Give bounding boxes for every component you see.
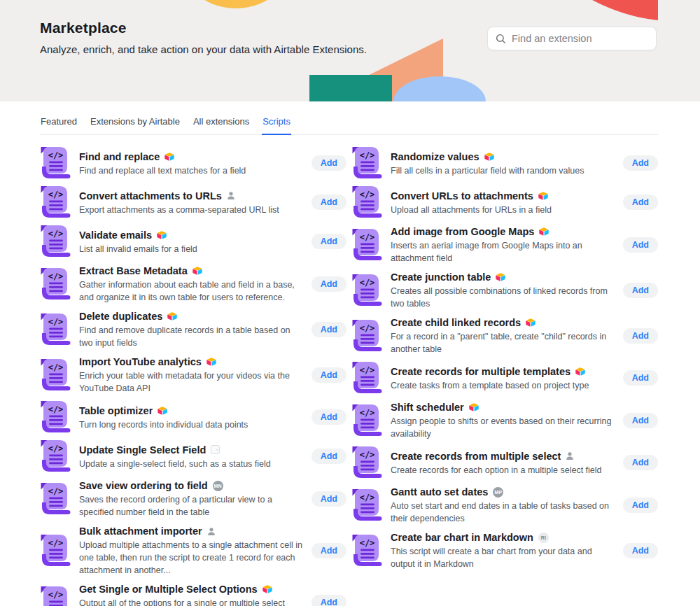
extension-list-item[interactable]: </>Delete duplicatesFind and remove dupl… xyxy=(40,309,346,349)
script-icon: </> xyxy=(40,400,71,434)
svg-text:</>: </> xyxy=(360,323,375,332)
tabs-bar: FeaturedExtensions by AirtableAll extens… xyxy=(40,101,658,135)
airtable-badge-icon xyxy=(496,273,505,281)
extension-description: Creates all possible combinations of lin… xyxy=(391,285,616,310)
extension-list-item[interactable]: </>Table optimizerTurn long records into… xyxy=(40,400,346,434)
creator-initials-badge: MP xyxy=(493,487,503,498)
extension-list-item[interactable]: </>Get Single or Multiple Select Options… xyxy=(40,582,346,606)
extension-description: Inserts an aerial image from Google Maps… xyxy=(391,239,616,265)
extension-list-item[interactable]: </>Validate emailsList all invalid email… xyxy=(40,225,346,258)
add-button[interactable]: Add xyxy=(623,237,658,253)
tab-all-extensions[interactable]: All extensions xyxy=(192,116,250,135)
extension-list-item[interactable]: </>Create records for multiple templates… xyxy=(351,361,658,395)
add-button[interactable]: Add xyxy=(312,155,346,171)
yellow-circle-shape xyxy=(173,0,299,8)
add-button[interactable]: Add xyxy=(623,195,658,210)
svg-text:</>: </> xyxy=(48,190,64,199)
page-subtitle: Analyze, enrich, and take action on your… xyxy=(40,43,367,55)
extension-title: Create records from multiple select xyxy=(391,449,561,463)
add-button[interactable]: Add xyxy=(312,234,346,249)
extensions-list: </>Find and replaceFind and replace all … xyxy=(40,146,658,606)
extension-list-item[interactable]: </>Add image from Google MapsInserts an … xyxy=(351,225,658,265)
extension-list-item[interactable]: </>Create bar chart in MarkdownRIThis sc… xyxy=(351,530,658,570)
extension-title: Create child linked records xyxy=(391,316,521,330)
script-icon: </> xyxy=(40,358,71,392)
add-button[interactable]: Add xyxy=(623,328,658,344)
airtable-badge-icon xyxy=(192,267,202,275)
extension-title: Validate emails xyxy=(79,228,152,242)
extension-list-item[interactable]: </>Shift schedulerAssign people to shift… xyxy=(351,400,658,440)
add-button[interactable]: Add xyxy=(312,409,346,425)
extension-description: Assign people to shifts or events based … xyxy=(391,415,616,440)
add-button[interactable]: Add xyxy=(623,543,658,558)
creator-avatar-icon xyxy=(211,445,220,454)
extension-list-item[interactable]: </>Find and replaceFind and replace all … xyxy=(40,146,346,180)
add-button[interactable]: Add xyxy=(312,543,346,558)
svg-text:</>: </> xyxy=(360,365,375,375)
extension-list-item[interactable]: </>Create records from multiple selectCr… xyxy=(351,446,658,479)
svg-text:</>: </> xyxy=(48,404,64,414)
svg-text:</>: </> xyxy=(48,229,64,239)
script-icon: </> xyxy=(40,482,71,516)
extension-list-item[interactable]: </>Extract Base MetadataGather informati… xyxy=(40,264,346,304)
svg-text:</>: </> xyxy=(48,486,64,495)
add-button[interactable]: Add xyxy=(312,491,346,507)
extension-list-item[interactable]: </>Import YouTube analyticsEnrich your t… xyxy=(40,355,346,395)
extension-title: Gantt auto set dates xyxy=(391,485,488,499)
extension-list-item[interactable]: </>Randomize valuesFill all cells in a p… xyxy=(351,146,658,180)
extension-description: For a record in a "parent" table, create… xyxy=(391,330,616,355)
extension-list-item[interactable]: </>Save view ordering to fieldMNSaves th… xyxy=(40,479,346,519)
extension-list-item[interactable]: </>Convert URLs to attachmentsUpload all… xyxy=(351,185,658,219)
airtable-badge-icon xyxy=(158,407,167,415)
add-button[interactable]: Add xyxy=(623,370,658,386)
add-button[interactable]: Add xyxy=(623,155,658,171)
creator-initials-badge: RI xyxy=(538,533,549,543)
blue-semicircle-shape xyxy=(393,76,486,101)
airtable-badge-icon xyxy=(538,192,548,200)
add-button[interactable]: Add xyxy=(623,455,658,470)
svg-text:</>: </> xyxy=(48,150,64,160)
add-button[interactable]: Add xyxy=(623,413,658,428)
svg-text:</>: </> xyxy=(360,277,375,287)
script-icon: </> xyxy=(40,586,71,606)
extension-description: Create records for each option in a mult… xyxy=(391,464,616,477)
extension-title: Table optimizer xyxy=(79,404,153,418)
red-wedge-shape xyxy=(592,0,658,20)
airtable-badge-icon xyxy=(164,153,174,161)
svg-text:</>: </> xyxy=(360,492,375,502)
add-button[interactable]: Add xyxy=(312,276,346,292)
creator-person-icon xyxy=(227,191,235,200)
script-icon: </> xyxy=(40,313,71,346)
add-button[interactable]: Add xyxy=(623,498,658,513)
add-button[interactable]: Add xyxy=(312,322,346,337)
svg-text:</>: </> xyxy=(48,362,64,372)
extension-description: Enrich your table with metadata for your… xyxy=(79,369,304,395)
add-button[interactable]: Add xyxy=(312,595,346,606)
extension-list-item[interactable]: </>Create junction tableCreates all poss… xyxy=(351,270,658,310)
extension-list-item[interactable]: </>Convert attachments to URLsExport att… xyxy=(40,185,346,219)
extension-description: Saves the record ordering of a particula… xyxy=(79,493,304,519)
tab-scripts[interactable]: Scripts xyxy=(262,116,291,135)
tab-featured[interactable]: Featured xyxy=(40,116,78,135)
extension-list-item[interactable]: </>Update Single Select FieldUpdate a si… xyxy=(40,439,346,473)
teal-rectangle-shape xyxy=(309,75,392,101)
script-icon: </> xyxy=(351,534,382,568)
add-button[interactable]: Add xyxy=(312,367,346,383)
add-button[interactable]: Add xyxy=(312,449,346,464)
extension-description: This script will create a bar chart from… xyxy=(391,545,616,570)
add-button[interactable]: Add xyxy=(312,195,346,210)
search-box[interactable] xyxy=(487,27,657,50)
hero-header: Marketplace Analyze, enrich, and take ac… xyxy=(0,0,700,101)
svg-text:</>: </> xyxy=(360,190,375,199)
svg-text:</>: </> xyxy=(48,271,64,281)
tab-extensions-by-airtable[interactable]: Extensions by Airtable xyxy=(90,116,181,135)
creator-person-icon xyxy=(207,527,216,536)
add-button[interactable]: Add xyxy=(623,283,658,298)
svg-text:</>: </> xyxy=(48,589,64,599)
extension-list-item[interactable]: </>Bulk attachment importerUpload multip… xyxy=(40,524,346,577)
extension-list-item[interactable]: </>Create child linked recordsFor a reco… xyxy=(351,316,658,355)
search-input[interactable] xyxy=(512,33,648,44)
script-icon: </> xyxy=(40,225,71,258)
extension-list-item[interactable]: </>Gantt auto set datesMPAuto set start … xyxy=(351,485,658,525)
extension-title: Import YouTube analytics xyxy=(79,355,202,369)
